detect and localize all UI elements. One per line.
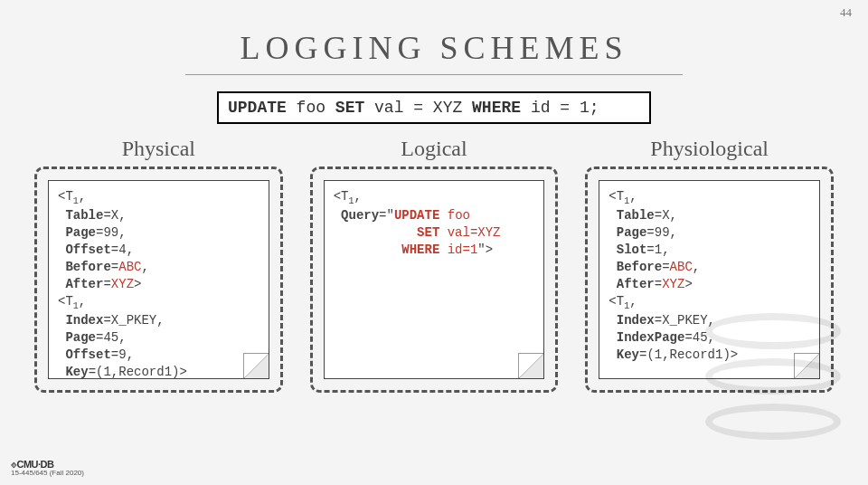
v: ABC [118,260,141,274]
rec-prefix: <T [609,189,624,204]
footer: ⟐CMU·DB 15-445/645 (Fall 2020) [11,459,84,478]
sql-kw-set: SET [335,99,364,117]
record: <T1, Index=X_PKEY, IndexPage=45, Key=(1,… [609,293,810,364]
rec-prefix: <T [58,189,73,204]
t: , [693,260,700,274]
v: 99, [655,225,677,240]
rec-suffix: , [629,294,637,309]
k: Table [617,208,655,223]
k: Offset [65,242,110,257]
qkw: WHERE [401,242,439,257]
t: > [684,277,692,291]
k: Table [65,208,103,223]
k: Page [65,225,96,240]
qkw: UPDATE [394,208,439,223]
page-fold-icon [243,353,269,378]
sql-cond: id = 1; [521,99,599,117]
frame-physical: <T1, Table=X, Page=99, Offset=4, Before=… [34,166,283,393]
v: 1, [655,242,670,257]
frame-logical: <T1, Query="UPDATE foo SET val=XYZ WHERE… [310,166,559,393]
sql-table: foo [287,99,335,117]
k: Key [65,365,88,379]
rec-prefix: <T [334,189,349,204]
qrest: val=XYZ [439,225,500,240]
page-number: 44 [840,5,852,20]
v: 45, [103,330,126,345]
v: XYZ [662,277,684,291]
k: After [65,277,103,291]
slide-title: LOGGING SCHEMES [0,29,868,67]
sql-kw-update: UPDATE [228,99,287,117]
page-fold-icon [794,353,819,378]
paper-physical: <T1, Table=X, Page=99, Offset=4, Before=… [48,180,269,379]
v: X_PKEY, [662,313,715,328]
record: <T1, Index=X_PKEY, Page=45, Offset=9, Ke… [58,293,259,381]
sql-kw-where: WHERE [472,99,521,117]
paper-physiological: <T1, Table=X, Page=99, Slot=1, Before=AB… [599,180,820,379]
record: <T1, Table=X, Page=99, Offset=4, Before=… [58,188,259,293]
k: After [617,277,655,291]
col-physical: Physical <T1, Table=X, Page=99, Offset=4… [34,137,283,393]
sql-statement: UPDATE foo SET val = XYZ WHERE id = 1; [217,91,651,124]
paper-logical: <T1, Query="UPDATE foo SET val=XYZ WHERE… [324,180,545,379]
rec-prefix: <T [58,294,73,309]
k: Before [65,260,110,274]
v: X_PKEY, [111,313,165,328]
k: Before [617,260,662,274]
v: 4, [118,242,134,257]
k: Query [341,208,379,223]
sql-assign: val = XYZ [364,99,472,117]
page-fold-icon [518,353,543,378]
footer-course: 15-445/645 (Fall 2020) [11,470,84,478]
k: IndexPage [617,330,685,345]
v: 99, [103,225,126,240]
v: (1,Record1)> [646,347,738,362]
k: Page [617,225,647,240]
record: <T1, Table=X, Page=99, Slot=1, Before=AB… [609,188,810,293]
t: > [134,277,141,291]
qrest: foo [439,208,470,223]
col-title-logical: Logical [310,137,559,161]
v: 9, [118,347,134,362]
title-underline [185,74,683,75]
rec-suffix: , [629,189,637,204]
v: (1,Record1)> [96,365,187,379]
k: Index [65,313,103,328]
qrest: id=1 [439,242,477,257]
k: Key [617,347,639,362]
col-physiological: Physiological <T1, Table=X, Page=99, Slo… [585,137,834,393]
rec-prefix: <T [609,294,624,309]
col-title-physiological: Physiological [585,137,834,161]
k: Index [617,313,655,328]
col-logical: Logical <T1, Query="UPDATE foo SET val=X… [310,137,559,393]
rec-suffix: , [79,189,86,204]
v: X, [662,208,677,223]
col-title-physical: Physical [34,137,283,161]
k: Slot [617,242,647,257]
k: Page [65,330,96,345]
columns-row: Physical <T1, Table=X, Page=99, Offset=4… [0,137,868,393]
k: Offset [65,347,110,362]
frame-physiological: <T1, Table=X, Page=99, Slot=1, Before=AB… [585,166,834,393]
qkw: SET [417,225,439,240]
v: 45, [693,330,715,345]
rec-suffix: , [79,294,86,309]
v: X, [111,208,127,223]
t: , [141,260,148,274]
rec-suffix: , [354,189,362,204]
v: ABC [670,260,693,274]
v: XYZ [111,277,134,291]
